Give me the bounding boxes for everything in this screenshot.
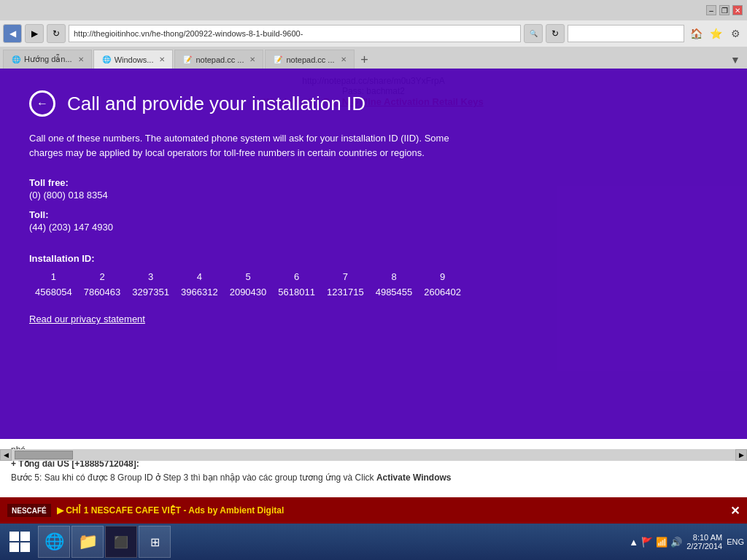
clock: 8:10 AM 2/27/2014 (686, 533, 722, 551)
taskbar-explorer-icon[interactable]: 📁 (71, 526, 104, 558)
refresh-btn2[interactable]: ↻ (546, 24, 565, 43)
address-bar[interactable]: http://thegioitinhoc.vn/he-thong/200922-… (69, 25, 521, 42)
tab-windows[interactable]: 🌐 Windows... ✕ (93, 50, 174, 69)
time-display: 8:10 AM (686, 533, 722, 542)
bottom-activate: Activate Windows (376, 472, 452, 483)
toll-section: Toll: (44) (203) 147 4930 (29, 209, 718, 233)
new-tab-button[interactable]: + (356, 51, 374, 69)
taskbar-right: ▲ 🚩 📶 🔊 8:10 AM 2/27/2014 ENG (629, 533, 744, 551)
tab-label-1: Hướng dẫn... (24, 55, 72, 64)
tab-favicon-3: 📝 (182, 55, 193, 65)
go-button[interactable]: 🔍 (524, 24, 543, 43)
address-text: http://thegioitinhoc.vn/he-thong/200922-… (74, 29, 303, 38)
ad-bar: NESCAFÉ ▶ CHỈ 1 NESCAFE CAFE VIỆT - Ads … (0, 497, 747, 524)
close-button[interactable]: ✕ (732, 5, 743, 15)
id-column-num-7: 7 (321, 270, 370, 284)
tabs-bar: 🌐 Hướng dẫn... ✕ 🌐 Windows... ✕ 📝 notepa… (0, 47, 747, 69)
refresh-button[interactable]: ↻ (47, 24, 66, 43)
ad-logo: NESCAFÉ (7, 504, 51, 517)
scroll-tabs-icon[interactable]: ▼ (727, 51, 744, 69)
tab-notepad-2[interactable]: 📝 notepad.cc ... ✕ (265, 50, 354, 69)
id-column-num-9: 9 (418, 270, 467, 284)
id-column-num-5: 5 (224, 270, 273, 284)
privacy-link[interactable]: Read our privacy statement (29, 314, 718, 324)
id-column-val-5: 2090430 (224, 285, 273, 299)
date-display: 2/27/2014 (686, 542, 722, 551)
installation-id-grid: 123456789 (29, 270, 467, 284)
modal-back-button[interactable]: ← (29, 90, 55, 117)
installation-id-section: Installation ID: 123456789 4568054786046… (29, 253, 718, 299)
id-column-num-8: 8 (370, 270, 419, 284)
id-column-num-1: 1 (29, 270, 78, 284)
id-column-num-4: 4 (175, 270, 224, 284)
id-column-val-2: 7860463 (78, 285, 127, 299)
windows-logo-icon (9, 532, 30, 552)
toll-free-number: (0) (800) 018 8354 (29, 190, 718, 201)
tab-close-3[interactable]: ✕ (249, 55, 255, 63)
tray-flag-icon[interactable]: 🚩 (641, 537, 653, 548)
ad-logo-text: NESCAFÉ (12, 507, 47, 515)
id-column-num-2: 2 (78, 270, 127, 284)
toll-label: Toll: (29, 209, 718, 220)
bottom-page-content: nhé + Tổng đài US [+18885712048]: Bước 5… (0, 439, 747, 497)
toll-number: (44) (203) 147 4930 (29, 222, 718, 233)
bottom-span-3: Bước 5: Sau khi có được 8 Group ID ở Ste… (11, 472, 374, 483)
tab-scroll-right[interactable]: ▼ (727, 51, 744, 69)
tab-favicon-4: 📝 (273, 55, 283, 65)
scroll-left-button[interactable]: ◀ (0, 449, 12, 461)
ad-close-button[interactable]: ✕ (730, 504, 740, 518)
scroll-thumb[interactable] (15, 451, 73, 459)
home-icon[interactable]: 🏠 (687, 25, 705, 42)
system-tray: ▲ 🚩 📶 🔊 (629, 537, 682, 548)
tools-icon[interactable]: ⚙ (727, 25, 744, 42)
id-column-val-8: 4985455 (370, 285, 419, 299)
id-column-val-1: 4568054 (29, 285, 78, 299)
modal-title: Call and provide your installation ID (67, 93, 365, 115)
ad-text: ▶ CHỈ 1 NESCAFE CAFE VIỆT - Ads by Ambie… (57, 505, 284, 516)
bottom-text-3: Bước 5: Sau khi có được 8 Group ID ở Ste… (11, 471, 736, 485)
favorites-star-icon[interactable]: ⭐ (707, 25, 724, 42)
taskbar-cmd-icon[interactable]: ⬛ (105, 526, 137, 558)
tab-close-2[interactable]: ✕ (159, 55, 165, 63)
tray-network-icon[interactable]: 📶 (656, 537, 667, 548)
nav-bar: ◀ ▶ ↻ http://thegioitinhoc.vn/he-thong/2… (0, 20, 747, 47)
start-button[interactable] (3, 525, 36, 559)
taskbar-win-icon[interactable]: ⊞ (139, 526, 171, 558)
modal-description: Call one of these numbers. The automated… (29, 131, 481, 160)
installation-id-label: Installation ID: (29, 253, 718, 264)
search-bar[interactable] (568, 25, 684, 42)
toll-free-label: Toll free: (29, 177, 718, 188)
tab-huong-dan[interactable]: 🌐 Hướng dẫn... ✕ (3, 50, 92, 69)
forward-button[interactable]: ▶ (25, 24, 44, 43)
tab-close-1[interactable]: ✕ (78, 55, 84, 63)
minimize-button[interactable]: – (706, 5, 716, 15)
tab-close-4[interactable]: ✕ (341, 55, 347, 63)
modal-header: ← Call and provide your installation ID (29, 90, 718, 117)
language-indicator[interactable]: ENG (727, 537, 744, 546)
installation-id-values-grid: 4568054786046332973513966312209043056180… (29, 285, 467, 299)
tab-favicon-1: 🌐 (11, 55, 21, 65)
toll-free-section: Toll free: (0) (800) 018 8354 (29, 177, 718, 201)
nav-icons: 🏠 ⭐ ⚙ (687, 25, 744, 42)
taskbar-ie-icon[interactable]: 🌐 (38, 526, 70, 558)
tab-favicon-2: 🌐 (101, 55, 112, 65)
id-column-val-7: 1231715 (321, 285, 370, 299)
tab-notepad-1[interactable]: 📝 notepad.cc ... ✕ (174, 50, 263, 69)
restore-button[interactable]: ❐ (719, 5, 729, 15)
scroll-right-button[interactable]: ▶ (735, 449, 747, 461)
title-bar: – ❐ ✕ (0, 0, 747, 20)
id-column-val-6: 5618011 (272, 285, 321, 299)
taskbar: 🌐 📁 ⬛ ⊞ ▲ 🚩 📶 🔊 8:10 AM 2/27/2014 ENG (0, 524, 747, 560)
id-column-num-6: 6 (272, 270, 321, 284)
back-arrow-icon: ← (36, 97, 48, 110)
id-column-val-4: 3966312 (175, 285, 224, 299)
horizontal-scrollbar[interactable]: ◀ ▶ (0, 449, 747, 461)
back-button[interactable]: ◀ (3, 24, 22, 43)
tab-label-3: notepad.cc ... (196, 55, 244, 64)
tray-speaker-icon[interactable]: 🔊 (670, 537, 682, 548)
id-column-val-9: 2606402 (418, 285, 467, 299)
id-column-val-3: 3297351 (126, 285, 175, 299)
tray-up-arrow[interactable]: ▲ (629, 537, 638, 548)
id-column-num-3: 3 (126, 270, 175, 284)
tab-label-4: notepad.cc ... (286, 55, 334, 64)
